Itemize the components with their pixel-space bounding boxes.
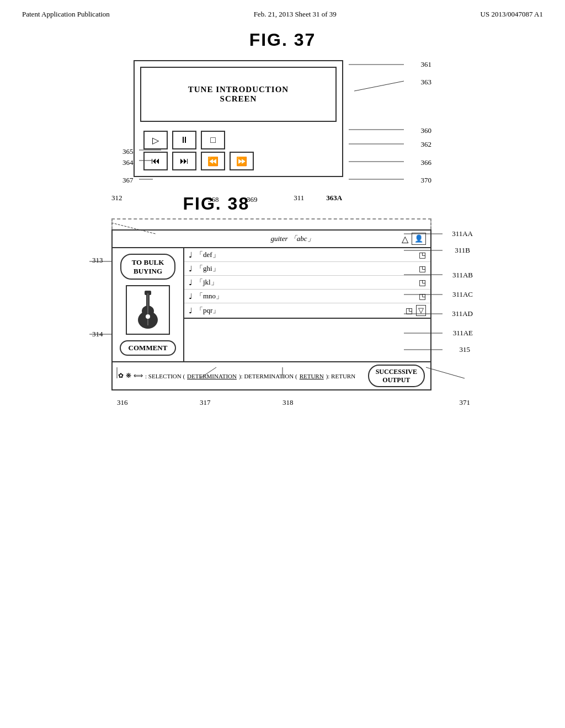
song-row-mno[interactable]: ♩ 「mno」 ◳ [184, 290, 430, 303]
ref-366: 366 [421, 158, 432, 167]
ref-371: 371 [460, 398, 471, 407]
patent-header: Patent Application Publication Feb. 21, … [0, 0, 565, 19]
song-row-def[interactable]: ♩ 「def」 ◳ [184, 248, 430, 262]
rew-btn[interactable]: ⏪ [201, 152, 225, 170]
ref-363a-label: 363A [326, 194, 342, 202]
scroll-up-icon: △ [402, 234, 408, 244]
fig37-controls: ▷ ⏸ □ ⏮ ⏭ ⏪ ⏩ [135, 127, 342, 176]
person-icon: 👤 [412, 233, 426, 245]
song-row-ghi[interactable]: ♩ 「ghi」 ◳ [184, 262, 430, 276]
ref-360: 360 [421, 126, 432, 135]
guitar-image [126, 285, 170, 335]
return-label: RETURN [300, 373, 324, 379]
copy-icon: ◳ [419, 292, 426, 301]
select-icon3: ⟺ [134, 372, 143, 380]
fig37-inner-box: TUNE INTRODUCTION SCREEN [140, 67, 337, 122]
fig38-header-row: guiter 「abc」 △ 👤 [113, 231, 430, 248]
ref-311b: 311B [455, 246, 470, 255]
copy-icon: ◳ [419, 264, 426, 274]
ff-btn[interactable]: ⏩ [230, 152, 254, 170]
fig38-dashed-top [111, 218, 431, 229]
ref-367: 367 [122, 176, 134, 185]
ref-362: 362 [421, 140, 432, 149]
select-icon1: ✿ [118, 372, 124, 380]
top-label: guiter 「abc」 [270, 234, 314, 244]
fig38-bottom-row: ✿ ❋ ⟺ : SELECTION ( DETERMINATION ): DET… [113, 361, 430, 389]
ref-311ad: 311AD [452, 309, 473, 318]
bulk-buying-button[interactable]: TO BULK BUYING [120, 254, 175, 280]
fig38-title: FIG. 38 [183, 194, 250, 214]
fig38-left-panel: TO BULK BUYING [113, 248, 184, 361]
ref-311-label: 311 [294, 194, 304, 202]
song-row-pqr[interactable]: ♩ 「pqr」 ◳ ▽ [184, 303, 430, 319]
note-icon: ♩ [189, 278, 193, 287]
determination-label: DETERMINATION [187, 373, 237, 379]
fig38-content: TO BULK BUYING [113, 248, 430, 361]
fig37-row2: ⏮ ⏭ ⏪ ⏩ [143, 152, 333, 170]
fig37-screen-label: TUNE INTRODUCTION SCREEN [188, 85, 289, 104]
legend-area: ✿ ❋ ⟺ : SELECTION ( DETERMINATION ): DET… [118, 372, 355, 380]
select-icon2: ❋ [126, 372, 131, 380]
note-icon: ♩ [189, 306, 193, 315]
comment-button[interactable]: COMMENT [120, 340, 177, 356]
ref-317: 317 [200, 398, 211, 407]
fig38-right-panel: ♩ 「def」 ◳ ♩ 「ghi」 ◳ ♩ 「jkl」 ◳ [184, 248, 430, 361]
note-icon: ♩ [189, 292, 193, 301]
ref-316: 316 [117, 398, 128, 407]
copy-icon: ◳ [406, 306, 413, 315]
scroll-down-icon: ▽ [416, 305, 426, 316]
prev-btn[interactable]: ⏮ [143, 152, 168, 170]
fig38-main-box: guiter 「abc」 △ 👤 TO BULK BUYING [111, 229, 431, 390]
ref-312-label: 312 [111, 194, 122, 202]
fig37-row1: ▷ ⏸ □ [143, 131, 333, 149]
ref-311ab: 311AB [452, 271, 473, 280]
fig37-outer-box: TUNE INTRODUCTION SCREEN ▷ ⏸ □ ⏮ ⏭ ⏪ ⏩ [134, 60, 343, 177]
header-right: US 2013/0047087 A1 [481, 10, 543, 19]
successive-output-button[interactable]: SUCCESSIVE OUTPUT [368, 365, 425, 387]
ref-318: 318 [282, 398, 294, 407]
ref-313: 313 [92, 256, 103, 265]
ref-363: 363 [421, 78, 432, 87]
svg-line-1 [354, 81, 404, 91]
copy-icon: ◳ [419, 250, 426, 260]
header-left: Patent Application Publication [22, 10, 110, 19]
play-btn[interactable]: ▷ [143, 131, 168, 149]
note-icon: ♩ [189, 250, 193, 260]
header-center: Feb. 21, 2013 Sheet 31 of 39 [254, 10, 337, 19]
fig37-title: FIG. 37 [249, 30, 316, 50]
copy-icon: ◳ [419, 278, 426, 287]
svg-line-27 [426, 367, 465, 378]
ref-365: 365 [122, 147, 134, 156]
ref-311ac: 311AC [452, 290, 473, 299]
ref-311aa: 311AA [452, 229, 473, 238]
song-row-jkl[interactable]: ♩ 「jkl」 ◳ [184, 276, 430, 290]
note-icon: ♩ [189, 264, 193, 274]
stop-btn[interactable]: □ [201, 131, 225, 149]
pause-btn[interactable]: ⏸ [172, 131, 196, 149]
main-content: FIG. 37 TUNE INTRODUCTION SCREEN ▷ ⏸ □ ⏮ [0, 19, 565, 390]
next-btn[interactable]: ⏭ [172, 152, 196, 170]
ref-370: 370 [421, 176, 432, 185]
ref-315: 315 [460, 345, 471, 354]
ref-364: 364 [122, 158, 134, 167]
ref-311ae: 311AE [453, 329, 473, 338]
ref-361: 361 [421, 60, 432, 69]
ref-314: 314 [92, 330, 103, 339]
